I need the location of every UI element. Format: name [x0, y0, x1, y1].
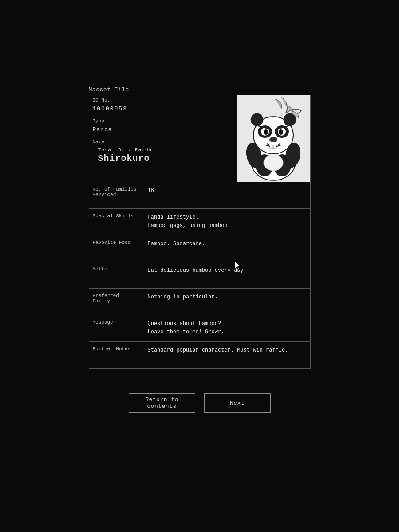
- message-value: Questions about bamboo? Leave them to me…: [142, 315, 310, 341]
- top-card-fields: ID No. 10000053 Type Panda Name Total Di…: [89, 95, 237, 182]
- motto-label: Motto: [89, 262, 142, 288]
- name-main: Shirokuro: [89, 153, 237, 167]
- skills-value: Panda lifestyle. Bamboo gags, using bamb…: [142, 209, 310, 235]
- svg-point-15: [269, 137, 277, 142]
- svg-rect-16: [270, 145, 273, 149]
- mascot-file-section: Mascot File ID No. 10000053 Type Panda N…: [89, 86, 311, 369]
- families-value: 16: [142, 182, 310, 208]
- svg-point-5: [251, 113, 263, 126]
- motto-value: Eat delicious bamboo every day.: [142, 262, 310, 288]
- preferred-value: Nothing in particular.: [142, 289, 310, 315]
- notes-label: Further Notes: [89, 342, 142, 368]
- button-row: Return to contents Next: [129, 393, 271, 413]
- notes-row: Further Notes Standard popular character…: [89, 342, 310, 368]
- type-label: Type: [89, 116, 237, 125]
- families-row: No. of FamiliesServiced 16: [89, 182, 310, 209]
- families-label: No. of FamiliesServiced: [89, 182, 142, 208]
- name-field: Name Total Ditz Panda Shirokuro: [89, 137, 237, 171]
- skills-row: Special Skills Panda lifestyle. Bamboo g…: [89, 209, 310, 235]
- type-value: Panda: [89, 125, 237, 137]
- type-field: Type Panda: [89, 116, 237, 137]
- top-card: ID No. 10000053 Type Panda Name Total Di…: [89, 95, 311, 182]
- next-button[interactable]: Next: [204, 393, 271, 413]
- panda-image-cell: [237, 95, 310, 182]
- motto-row: Motto Eat delicious bamboo every day.: [89, 262, 310, 289]
- svg-point-11: [264, 129, 268, 135]
- skills-label: Special Skills: [89, 209, 142, 235]
- food-value: Bamboo. Sugarcane.: [142, 235, 310, 262]
- id-label: ID No.: [89, 95, 237, 104]
- food-label: Favorite Food: [89, 235, 142, 262]
- food-row: Favorite Food Bamboo. Sugarcane.: [89, 235, 310, 262]
- name-label: Name: [89, 137, 237, 146]
- svg-rect-17: [273, 145, 276, 149]
- message-row: Message Questions about bamboo? Leave th…: [89, 315, 310, 342]
- mascot-file-title: Mascot File: [89, 86, 311, 93]
- id-value: 10000053: [89, 104, 237, 116]
- svg-point-6: [284, 113, 296, 126]
- bottom-table: No. of FamiliesServiced 16 Special Skill…: [89, 182, 311, 369]
- message-label: Message: [89, 315, 142, 341]
- preferred-row: Preferred Family Nothing in particular.: [89, 289, 310, 315]
- name-subtitle: Total Ditz Panda: [89, 146, 237, 153]
- page-container: Mascot File ID No. 10000053 Type Panda N…: [0, 0, 399, 532]
- panda-illustration: [237, 95, 310, 182]
- preferred-label: Preferred Family: [89, 289, 142, 315]
- svg-point-20: [264, 155, 283, 171]
- return-button[interactable]: Return to contents: [129, 393, 195, 413]
- notes-value: Standard popular character. Must win raf…: [142, 342, 310, 368]
- id-field: ID No. 10000053: [89, 95, 237, 116]
- svg-point-12: [279, 129, 283, 135]
